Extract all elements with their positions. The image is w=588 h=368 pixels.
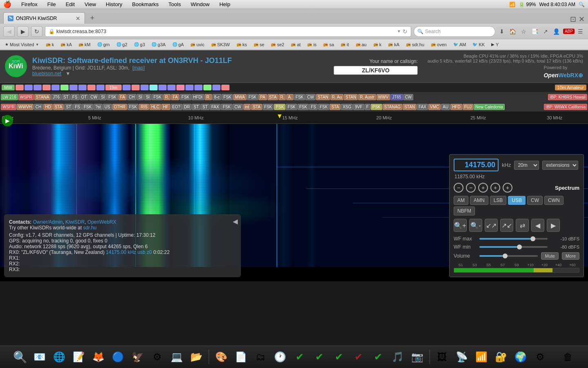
bookmark-it[interactable]: 📻 it [338,41,352,48]
bp-fsk7[interactable]: FSK [82,104,93,110]
bookmark-am[interactable]: 🐦 AM [451,41,469,48]
search-placeholder[interactable]: Search [425,29,441,34]
dock-notes[interactable]: 📝 [70,348,88,366]
band-block-3[interactable] [33,85,42,90]
mode-nbfm-button[interactable]: NBFM [454,206,475,215]
bp-f[interactable]: F [365,104,370,110]
more-button[interactable]: More [562,252,579,260]
info-panel-close-button[interactable]: ◀ [233,218,238,225]
bp-a1[interactable]: A. [286,94,293,100]
bookmark-ks[interactable]: 📻 ks [234,41,249,48]
bp-st2[interactable]: ST [64,104,73,110]
bookmark-is[interactable]: 📻 is [305,41,319,48]
bp-stan3[interactable]: STAN [403,104,416,110]
bookmark-sa[interactable]: 📻 sa [321,41,336,48]
dock-kiwisdr-app[interactable]: 🌍 [512,348,530,366]
dock-safari[interactable]: 🌐 [50,348,68,366]
refresh-button[interactable]: ↻ [31,26,42,37]
band-block-6[interactable] [60,85,69,90]
dock-checkmark5[interactable]: ✔ [369,348,387,366]
dock-gear[interactable]: ⚙ [531,348,549,366]
band-block-8[interactable] [78,85,87,90]
frequency-input[interactable] [454,159,499,171]
bp-fax[interactable]: FAX [210,104,221,110]
bp-fsk5[interactable]: FSK [247,94,258,100]
band-select[interactable]: 20m 160m 80m 40m 30m 15m 12m 10m [514,161,539,170]
dock-app1[interactable]: 📂 [187,348,205,366]
band-block-4[interactable] [42,85,51,90]
bp-psk[interactable]: PSK [274,104,285,110]
menu-view[interactable]: View [83,1,98,7]
bp-st1[interactable]: ST [62,94,70,100]
bp-ris[interactable]: RIS [139,104,149,110]
menu-hamburger-icon[interactable]: ☰ [576,27,585,36]
bp-int[interactable]: int [243,104,251,110]
dock-iphoto[interactable]: 🖼 [433,348,451,366]
bookmark-g2[interactable]: 🌐 g2 [114,41,130,48]
dock-mail[interactable]: 📧 [31,348,49,366]
band-block-7[interactable] [69,85,78,90]
dock-terminal[interactable]: 💻 [168,348,186,366]
bp-cw1[interactable]: CW [89,94,99,100]
bookmark-oven[interactable]: 📻 oven [428,41,449,48]
bp-fsk4[interactable]: FSK [222,94,233,100]
bp-fsk3[interactable]: FSK [180,94,191,100]
bp-hfdi[interactable]: HFDI [192,94,204,100]
dock-thunderbird[interactable]: 🦅 [129,348,147,366]
bp-r3[interactable]: R. [278,94,286,100]
most-visited-dropdown[interactable]: ▼ [36,43,39,47]
bookmark-at[interactable]: 📻 at [288,41,303,48]
dock-trash[interactable]: 🗑 [559,348,577,366]
band-block-17[interactable] [176,85,185,90]
bp-si1[interactable]: SI [99,94,106,100]
url-text[interactable]: kiwisdr.creasa.be:8073 [56,29,395,34]
volume-slider[interactable] [479,255,538,257]
wf-max-slider[interactable] [479,238,548,240]
dock-acrobat[interactable]: 📄 [232,348,250,366]
bp-st5[interactable]: ST [201,104,209,110]
band-mw-button[interactable]: MW [2,85,15,90]
dock-itunes[interactable]: 🎵 [389,348,407,366]
band-block-5[interactable] [51,85,60,90]
bp-si2[interactable]: SI [137,94,144,100]
dock-wifi-app[interactable]: 📶 [472,348,490,366]
band-block-12[interactable] [131,85,140,90]
menu-history[interactable]: History [104,1,124,7]
bookmark-ga[interactable]: 🌐 gA [170,41,186,48]
bp-jt6[interactable]: JT6 [51,94,61,100]
kiwisdr-user-link[interactable]: bluebison.net [32,71,61,76]
mode-am-button[interactable]: AM [454,196,468,205]
bp-fsk6[interactable]: FSK [294,94,305,100]
swap-button[interactable]: ⇄ [516,219,529,232]
play-button[interactable]: ▶ [2,115,13,126]
bookmark-sdrhu[interactable]: 📻 sdr.hu [403,41,427,48]
band-block-13[interactable] [140,85,149,90]
bp-cw2[interactable]: CW [305,94,316,100]
bookmark-se2[interactable]: 📻 se2 [268,41,287,48]
bp-r2[interactable]: R. [205,94,212,100]
bp-new-caledonia[interactable]: New Caledonia [474,104,505,110]
bookmark-k2[interactable]: 📻 k [371,41,384,48]
dock-checkmark3[interactable]: ✔ [330,348,348,366]
mute-button[interactable]: Mute [541,252,558,260]
share-icon[interactable]: ↗ [541,27,550,36]
back-button[interactable]: ◀ [3,26,15,37]
menu-edit[interactable]: Edit [64,1,76,7]
bp-hfd[interactable]: HFD [450,104,462,110]
sdr-hu-link[interactable]: sdr.hu [83,225,97,231]
bp-fax2[interactable]: FAX [417,104,428,110]
bp-raustr[interactable]: R. Austr [358,94,376,100]
mode-lsb-button[interactable]: LSB [490,196,507,205]
bp-sta1[interactable]: STA [267,94,278,100]
bp-lw216[interactable]: LW 216 [1,94,18,100]
bp-fsk9[interactable]: FSK [221,104,232,110]
bp-wwvh[interactable]: WWVH [17,104,33,110]
spectrum-area[interactable]: ▶ ▼ 0 kHz 5 MHz 10 MHz 15 MHz 20 MHz 25 … [0,112,588,281]
kiwisdr-dropdown-icon[interactable]: ▼ [65,71,70,76]
menu-window[interactable]: Window [189,1,211,7]
bp-fsk11[interactable]: FSK [286,104,297,110]
callsign-input[interactable] [334,66,418,75]
band-block-2[interactable] [24,85,33,90]
bp-stana[interactable]: STANA [34,94,51,100]
bp-fsk2[interactable]: FSK [152,94,163,100]
